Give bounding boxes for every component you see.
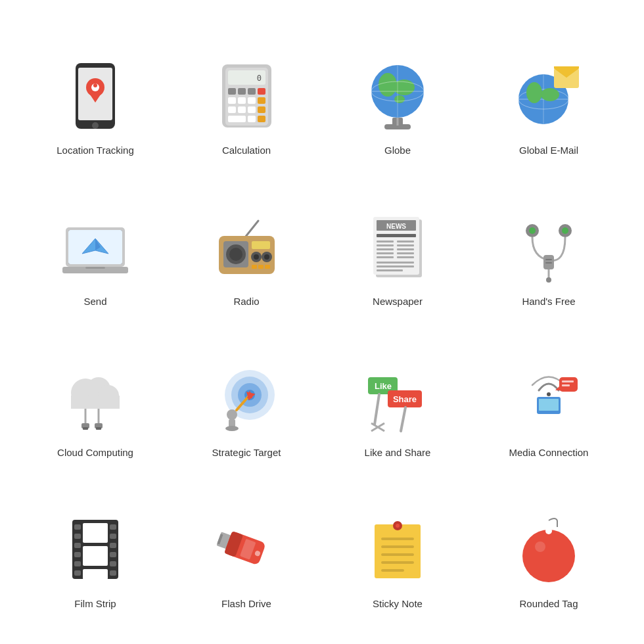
icon-calculation: 0: [207, 57, 286, 135]
svg-rect-66: [252, 265, 257, 269]
cell-location-tracking: Location Tracking: [23, 23, 168, 168]
label-radio: Radio: [233, 296, 259, 307]
svg-point-65: [264, 254, 269, 260]
svg-rect-20: [228, 106, 236, 113]
svg-rect-85: [377, 265, 414, 267]
svg-point-42: [541, 88, 559, 101]
svg-point-95: [546, 277, 551, 283]
svg-rect-16: [228, 97, 236, 104]
svg-line-55: [245, 221, 258, 237]
svg-rect-54: [85, 267, 105, 269]
cell-hands-free: Hand's Free: [476, 174, 621, 319]
svg-rect-136: [74, 561, 81, 566]
svg-point-164: [535, 541, 545, 552]
label-strategic-target: Strategic Target: [212, 447, 281, 458]
svg-rect-141: [110, 552, 116, 557]
svg-rect-139: [110, 534, 116, 539]
svg-rect-92: [545, 259, 552, 260]
cell-globe: Globe: [325, 23, 470, 168]
svg-rect-81: [397, 248, 414, 250]
svg-point-88: [529, 227, 536, 234]
svg-rect-76: [377, 248, 394, 250]
svg-line-121: [401, 407, 405, 431]
icon-rounded-tag: [509, 510, 588, 589]
svg-rect-160: [381, 569, 404, 572]
icon-flash-drive: [207, 510, 286, 589]
svg-rect-19: [258, 97, 265, 104]
svg-rect-21: [238, 106, 246, 113]
cell-film-strip: Film Strip: [23, 476, 168, 621]
svg-rect-135: [74, 552, 81, 557]
svg-point-130: [547, 392, 551, 396]
svg-rect-68: [265, 265, 270, 269]
cell-rounded-tag: Rounded Tag: [476, 476, 621, 621]
svg-rect-17: [238, 97, 246, 104]
cell-send: Send: [23, 174, 168, 319]
label-globe: Globe: [384, 145, 411, 156]
svg-rect-67: [258, 265, 264, 269]
label-rounded-tag: Rounded Tag: [520, 598, 578, 609]
svg-rect-25: [248, 116, 256, 122]
svg-rect-138: [110, 524, 116, 530]
svg-point-32: [394, 95, 405, 103]
label-flash-drive: Flash Drive: [221, 598, 271, 609]
cell-strategic-target: Strategic Target: [174, 325, 319, 470]
svg-rect-12: [228, 88, 236, 95]
svg-point-90: [562, 227, 568, 234]
svg-rect-132: [74, 524, 81, 530]
svg-rect-79: [397, 241, 414, 242]
svg-text:NEWS: NEWS: [386, 223, 406, 230]
svg-text:Share: Share: [393, 394, 417, 404]
svg-rect-75: [377, 244, 394, 246]
svg-rect-80: [397, 244, 414, 246]
svg-rect-84: [377, 262, 414, 264]
svg-rect-144: [83, 523, 108, 543]
svg-text:0: 0: [256, 74, 261, 83]
label-like-and-share: Like and Share: [365, 447, 431, 458]
svg-point-63: [254, 254, 259, 260]
svg-rect-146: [83, 569, 108, 580]
svg-rect-15: [258, 88, 265, 95]
icon-global-email: [509, 57, 588, 135]
cell-flash-drive: Flash Drive: [174, 476, 319, 621]
icon-radio: [207, 208, 286, 287]
svg-rect-26: [258, 116, 265, 122]
svg-rect-83: [397, 256, 414, 258]
icon-globe: [358, 57, 437, 135]
svg-rect-24: [228, 116, 246, 122]
label-cloud-computing: Cloud Computing: [57, 447, 133, 458]
svg-rect-133: [74, 534, 81, 539]
icon-grid: Location Tracking 0: [10, 10, 634, 634]
svg-rect-159: [381, 561, 414, 564]
label-hands-free: Hand's Free: [522, 296, 575, 307]
label-media-connection: Media Connection: [509, 447, 589, 458]
svg-line-120: [375, 394, 379, 425]
svg-rect-61: [252, 241, 270, 249]
label-newspaper: Newspaper: [373, 296, 423, 307]
label-calculation: Calculation: [222, 145, 271, 156]
svg-rect-143: [110, 570, 116, 576]
svg-rect-137: [74, 570, 81, 576]
icon-media-connection: [509, 359, 588, 438]
svg-point-112: [225, 426, 239, 431]
label-send: Send: [83, 296, 106, 307]
icon-strategic-target: [207, 359, 286, 438]
svg-rect-128: [562, 380, 574, 382]
svg-rect-78: [377, 256, 394, 258]
svg-rect-82: [397, 252, 414, 254]
svg-rect-22: [248, 106, 256, 113]
icon-cloud-computing: [56, 359, 135, 438]
icon-sticky-note: [358, 510, 437, 589]
icon-hands-free: [509, 208, 588, 287]
icon-newspaper: NEWS: [358, 208, 437, 287]
svg-point-155: [396, 524, 400, 528]
svg-rect-125: [539, 399, 559, 411]
svg-point-7: [92, 122, 99, 129]
cell-newspaper: NEWS Newspaper: [325, 174, 470, 319]
cell-calculation: 0 Ca: [174, 23, 319, 168]
svg-rect-74: [377, 241, 394, 242]
icon-like-and-share: Like Share: [358, 359, 437, 438]
cell-global-email: Global E-Mail: [476, 23, 621, 168]
svg-point-6: [93, 83, 97, 87]
label-film-strip: Film Strip: [74, 598, 116, 609]
